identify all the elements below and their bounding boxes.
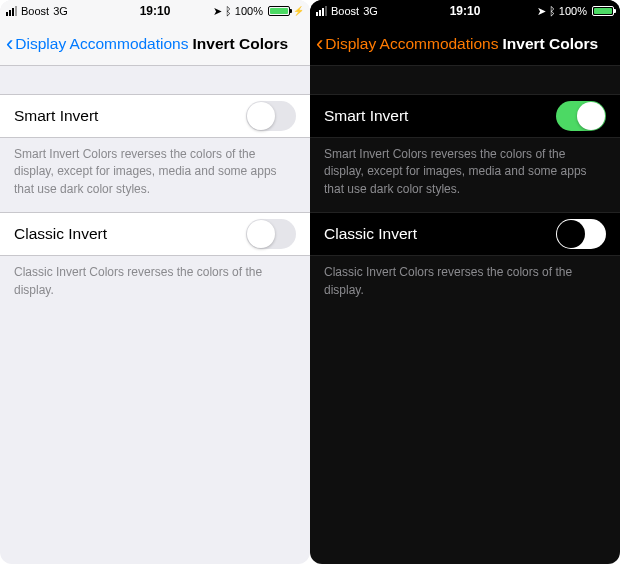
- classic-invert-desc: Classic Invert Colors reverses the color…: [0, 256, 310, 313]
- classic-invert-toggle[interactable]: [556, 219, 606, 249]
- battery-icon: [268, 6, 290, 16]
- phone-dark: Boost 3G 19:10 ➤ ᛒ 100% ‹ Display Accomm…: [310, 0, 620, 564]
- classic-invert-label: Classic Invert: [324, 225, 556, 243]
- smart-invert-desc: Smart Invert Colors reverses the colors …: [310, 138, 620, 212]
- smart-invert-row[interactable]: Smart Invert: [310, 94, 620, 138]
- smart-invert-label: Smart Invert: [324, 107, 556, 125]
- back-label: Display Accommodations: [325, 35, 498, 53]
- phone-light: Boost 3G 19:10 ➤ ᛒ 100% ⚡ ‹ Display Acco…: [0, 0, 310, 564]
- classic-invert-toggle[interactable]: [246, 219, 296, 249]
- smart-invert-row[interactable]: Smart Invert: [0, 94, 310, 138]
- nav-bar: ‹ Display Accommodations Invert Colors: [0, 22, 310, 66]
- back-button[interactable]: ‹ Display Accommodations: [6, 33, 189, 55]
- clock: 19:10: [310, 4, 620, 18]
- back-button[interactable]: ‹ Display Accommodations: [316, 33, 499, 55]
- chevron-left-icon: ‹: [316, 33, 323, 55]
- classic-invert-row[interactable]: Classic Invert: [310, 212, 620, 256]
- classic-invert-row[interactable]: Classic Invert: [0, 212, 310, 256]
- nav-bar: ‹ Display Accommodations Invert Colors: [310, 22, 620, 66]
- page-title: Invert Colors: [193, 35, 289, 53]
- status-bar: Boost 3G 19:10 ➤ ᛒ 100% ⚡: [0, 0, 310, 22]
- clock: 19:10: [0, 4, 310, 18]
- battery-icon: [592, 6, 614, 16]
- smart-invert-label: Smart Invert: [14, 107, 246, 125]
- chevron-left-icon: ‹: [6, 33, 13, 55]
- page-title: Invert Colors: [503, 35, 599, 53]
- smart-invert-desc: Smart Invert Colors reverses the colors …: [0, 138, 310, 212]
- status-bar: Boost 3G 19:10 ➤ ᛒ 100%: [310, 0, 620, 22]
- back-label: Display Accommodations: [15, 35, 188, 53]
- smart-invert-toggle[interactable]: [246, 101, 296, 131]
- smart-invert-toggle[interactable]: [556, 101, 606, 131]
- classic-invert-desc: Classic Invert Colors reverses the color…: [310, 256, 620, 313]
- classic-invert-label: Classic Invert: [14, 225, 246, 243]
